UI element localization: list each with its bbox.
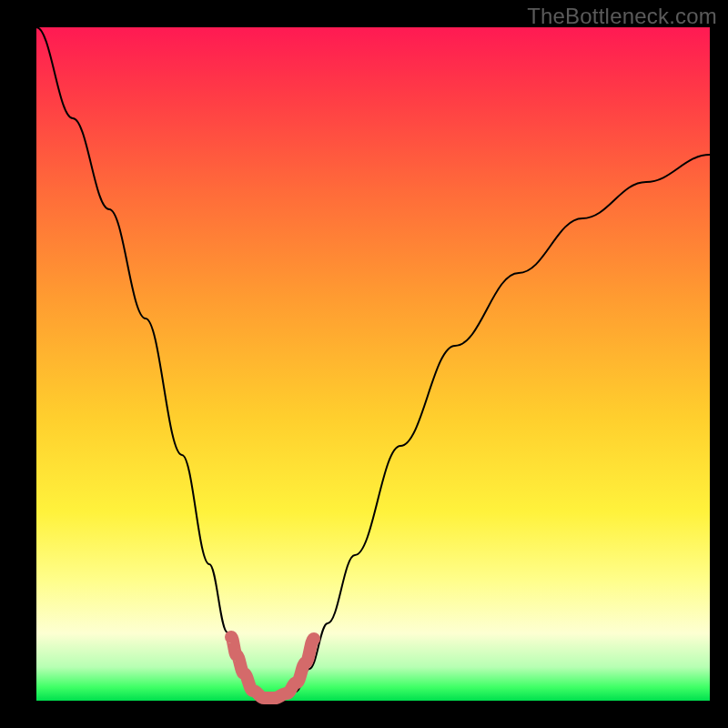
plot-area (36, 27, 710, 701)
bottleneck-curve (36, 27, 710, 699)
trough-highlight (231, 637, 314, 698)
chart-frame: TheBottleneck.com (0, 0, 728, 728)
curve-layer (36, 27, 710, 701)
watermark-text: TheBottleneck.com (527, 4, 717, 29)
